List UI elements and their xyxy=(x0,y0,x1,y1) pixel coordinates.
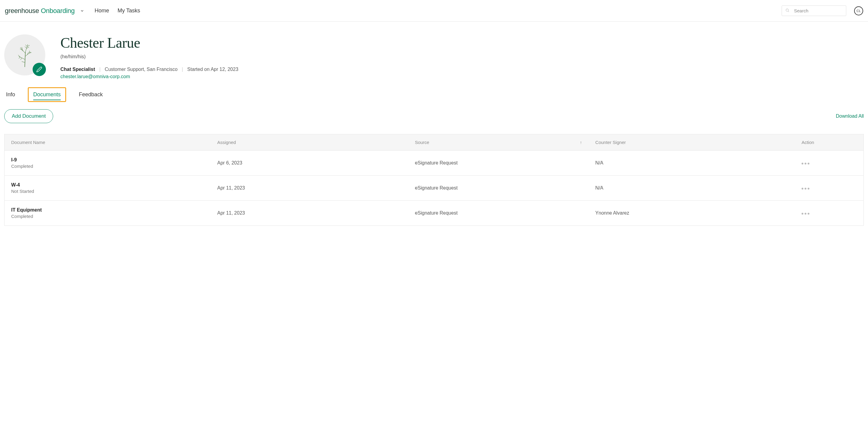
actions-row: Add Document Download All xyxy=(4,109,864,123)
doc-name[interactable]: I-9 xyxy=(11,157,204,163)
doc-name[interactable]: IT Equipment xyxy=(11,207,204,213)
th-counter-signer[interactable]: Counter Signer xyxy=(589,134,795,151)
product-switcher-chevron[interactable] xyxy=(80,9,84,13)
search-box xyxy=(782,5,846,16)
logo[interactable]: greenhouse Onboarding xyxy=(5,7,74,15)
user-avatar[interactable]: CL xyxy=(854,6,863,15)
svg-line-1 xyxy=(788,11,789,12)
profile-email[interactable]: chester.larue@omniva-corp.com xyxy=(60,74,130,79)
download-all-link[interactable]: Download All xyxy=(836,113,864,119)
profile-name: Chester Larue xyxy=(60,34,238,51)
sort-arrow-up-icon: ↑ xyxy=(580,140,582,145)
tab-info[interactable]: Info xyxy=(6,90,15,100)
chevron-down-icon xyxy=(80,9,84,13)
doc-assigned: Apr 11, 2023 xyxy=(211,176,408,201)
doc-assigned: Apr 6, 2023 xyxy=(211,151,408,176)
header-right: CL xyxy=(782,5,863,16)
pencil-icon xyxy=(36,66,42,72)
search-input[interactable] xyxy=(782,5,846,16)
table-row: W-4 Not Started Apr 11, 2023 eSignature … xyxy=(4,176,864,201)
tab-documents[interactable]: Documents xyxy=(33,90,61,100)
th-assigned[interactable]: Assigned xyxy=(211,134,408,151)
doc-counter: N/A xyxy=(589,176,795,201)
row-actions-button[interactable] xyxy=(802,188,809,190)
main-content: Chester Larue (he/him/his) Chat Speciali… xyxy=(0,22,868,226)
th-source[interactable]: Source ↑ xyxy=(408,134,589,151)
table-row: IT Equipment Completed Apr 11, 2023 eSig… xyxy=(4,201,864,226)
app-header: greenhouse Onboarding Home My Tasks CL xyxy=(0,0,868,22)
nav-links: Home My Tasks xyxy=(95,7,140,14)
profile-started: Started on Apr 12, 2023 xyxy=(187,67,238,72)
doc-status: Completed xyxy=(11,214,204,219)
profile-department: Customer Support, San Francisco xyxy=(105,67,178,72)
nav-home[interactable]: Home xyxy=(95,7,109,14)
doc-source: eSignature Request xyxy=(408,201,589,226)
doc-status: Completed xyxy=(11,164,204,169)
th-action: Action xyxy=(795,134,864,151)
doc-counter: N/A xyxy=(589,151,795,176)
search-icon xyxy=(785,8,789,13)
doc-source: eSignature Request xyxy=(408,176,589,201)
logo-greenhouse: greenhouse xyxy=(5,7,39,15)
profile-meta: Chat Specialist | Customer Support, San … xyxy=(60,67,238,72)
table-row: I-9 Completed Apr 6, 2023 eSignature Req… xyxy=(4,151,864,176)
doc-assigned: Apr 11, 2023 xyxy=(211,201,408,226)
edit-avatar-button[interactable] xyxy=(33,63,46,76)
avatar-wrap xyxy=(4,34,45,75)
logo-onboarding: Onboarding xyxy=(41,7,74,15)
doc-status: Not Started xyxy=(11,189,204,194)
row-actions-button[interactable] xyxy=(802,213,809,214)
documents-table: Document Name Assigned Source ↑ Counter … xyxy=(4,134,864,226)
separator: | xyxy=(182,67,183,72)
profile-info: Chester Larue (he/him/his) Chat Speciali… xyxy=(60,34,238,79)
th-source-label: Source xyxy=(415,140,430,145)
th-document-name[interactable]: Document Name xyxy=(4,134,211,151)
profile-pronouns: (he/him/his) xyxy=(60,54,238,60)
nav-my-tasks[interactable]: My Tasks xyxy=(118,7,140,14)
svg-point-0 xyxy=(786,9,788,11)
doc-counter: Ynonne Alvarez xyxy=(589,201,795,226)
separator: | xyxy=(99,67,100,72)
tab-feedback[interactable]: Feedback xyxy=(79,90,103,100)
doc-source: eSignature Request xyxy=(408,151,589,176)
row-actions-button[interactable] xyxy=(802,163,809,165)
profile-header: Chester Larue (he/him/his) Chat Speciali… xyxy=(4,34,864,79)
doc-name[interactable]: W-4 xyxy=(11,182,204,188)
tabs: Info Documents Feedback xyxy=(4,90,864,100)
profile-role: Chat Specialist xyxy=(60,67,95,72)
add-document-button[interactable]: Add Document xyxy=(4,109,53,123)
